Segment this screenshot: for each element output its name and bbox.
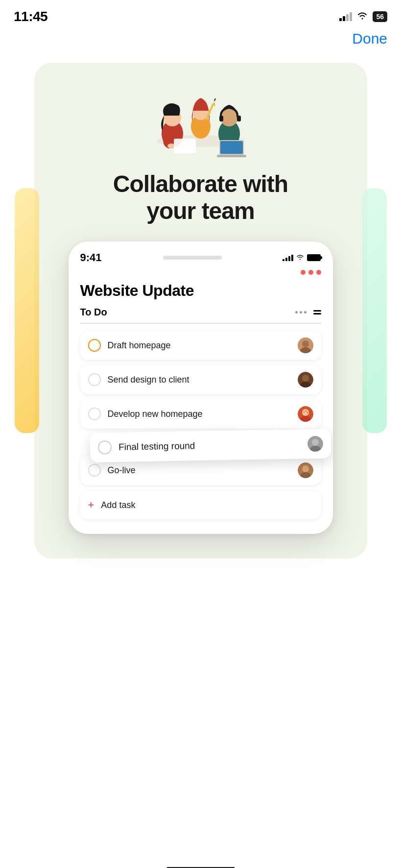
wifi-icon [357, 12, 368, 22]
svg-point-29 [307, 412, 308, 413]
phone-battery-icon [307, 254, 321, 261]
svg-rect-4 [174, 139, 196, 153]
avatar [307, 436, 323, 452]
svg-rect-16 [217, 155, 246, 157]
svg-line-9 [214, 98, 215, 101]
task-name: Draft homepage [108, 340, 171, 351]
task-item[interactable]: Develop new homepage [80, 399, 321, 429]
phone-signal-icon [283, 254, 293, 261]
three-dots-menu[interactable] [69, 266, 333, 277]
done-button[interactable]: Done [352, 30, 387, 47]
task-name: Send design to client [108, 375, 189, 385]
task-name: Go-live [108, 465, 136, 476]
status-icons: 56 [339, 11, 387, 22]
svg-rect-12 [219, 116, 223, 121]
feature-card: Collaborate with your team 9:41 [34, 63, 367, 558]
svg-point-19 [302, 340, 309, 347]
avatar [298, 406, 313, 422]
side-card-right [362, 188, 387, 433]
phone-content: Website Update To Do [69, 277, 333, 519]
svg-rect-17 [221, 142, 242, 153]
top-nav: Done [0, 26, 401, 53]
avatar [298, 372, 313, 387]
plus-icon: + [88, 499, 94, 511]
phone-wifi-icon [296, 253, 304, 262]
avatar [298, 338, 313, 353]
svg-rect-13 [237, 116, 241, 121]
task-list: Draft homepage [80, 331, 321, 485]
task-checkbox[interactable] [88, 464, 101, 477]
svg-point-28 [305, 410, 307, 412]
add-task-label: Add task [101, 500, 135, 510]
task-checkbox[interactable] [88, 339, 101, 352]
column-view-icon[interactable] [313, 310, 321, 314]
signal-icon [339, 12, 352, 21]
phone-mockup: 9:41 [69, 241, 333, 534]
phone-time: 9:41 [80, 251, 102, 264]
home-indicator [0, 857, 401, 868]
phone-status-icons [283, 253, 321, 262]
task-item[interactable]: Send design to client [80, 365, 321, 394]
main-content: Collaborate with your team 9:41 [0, 53, 401, 857]
task-name: Develop new homepage [108, 409, 203, 419]
task-name: Final testing round [118, 441, 195, 453]
side-card-left [15, 188, 39, 433]
avatar [298, 462, 313, 478]
task-checkbox[interactable] [88, 373, 101, 386]
svg-point-22 [302, 375, 309, 382]
hero-title: Collaborate with your team [113, 170, 288, 224]
team-illustration [147, 82, 255, 161]
task-item[interactable]: Draft homepage [80, 331, 321, 360]
section-dots-menu[interactable] [295, 311, 307, 313]
add-task-button[interactable]: + Add task [80, 491, 321, 519]
status-time: 11:45 [14, 9, 47, 24]
svg-point-34 [302, 465, 309, 472]
task-checkbox[interactable] [97, 441, 111, 455]
phone-status-bar: 9:41 [69, 241, 333, 266]
task-item-floating[interactable]: Final testing round [90, 429, 331, 463]
status-bar: 11:45 56 [0, 0, 401, 26]
section-header: To Do [80, 307, 321, 324]
section-actions [295, 310, 321, 314]
section-label: To Do [80, 307, 107, 318]
project-title: Website Update [80, 282, 321, 300]
phone-notch [163, 256, 222, 260]
svg-point-27 [303, 411, 305, 413]
task-checkbox[interactable] [88, 408, 101, 420]
battery-icon: 56 [373, 11, 387, 22]
